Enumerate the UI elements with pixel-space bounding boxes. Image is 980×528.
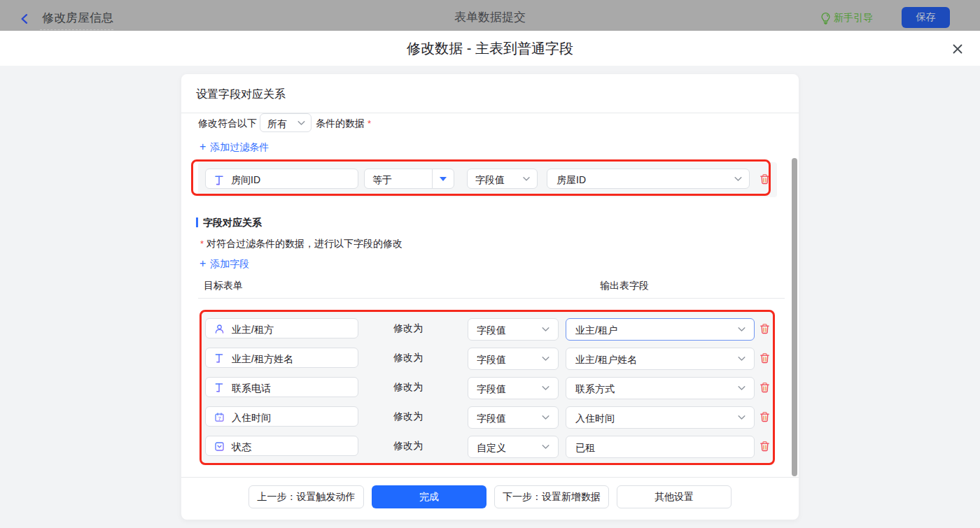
svg-text:7: 7 (218, 415, 220, 422)
